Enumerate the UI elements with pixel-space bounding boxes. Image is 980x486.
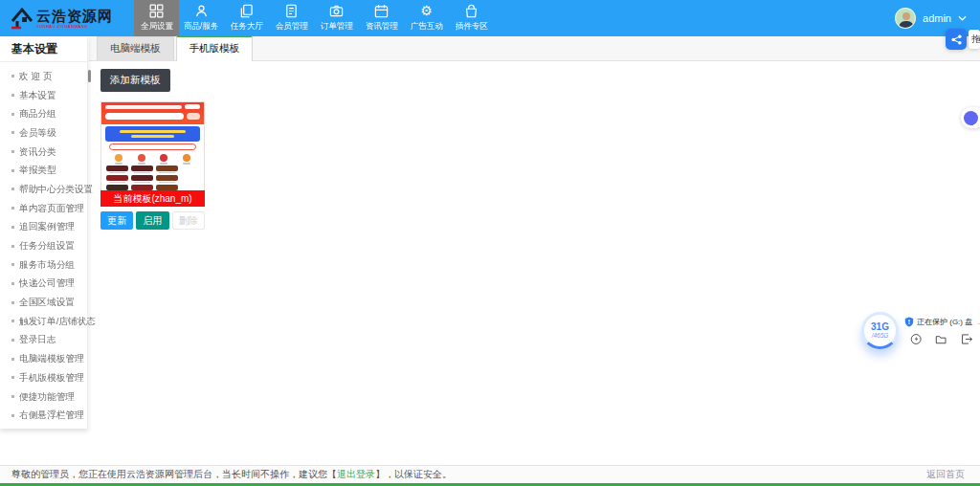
nav-item-order-mgmt[interactable]: 订单管理: [314, 0, 359, 36]
tab-mobile-template[interactable]: 手机版模板: [176, 35, 254, 61]
nav-label: 商品/服务: [184, 20, 219, 32]
disk-status-text: 正在保护 (G:) 盘: [917, 317, 972, 327]
sidebar-item-news-categories[interactable]: 资讯分类: [0, 143, 87, 162]
sidebar-item-trigger-order-status[interactable]: 触发订单/店铺状态: [0, 312, 87, 331]
sidebar-item-goods-groups[interactable]: 商品分组: [0, 104, 87, 123]
gear-icon: ⚙: [420, 4, 433, 18]
sidebar-item-help-center-categories[interactable]: 帮助中心分类设置: [0, 180, 87, 199]
current-template-label: 当前模板(zhan_m): [100, 190, 205, 207]
nav-item-news-mgmt[interactable]: 资讯管理: [359, 0, 404, 36]
logo-title: 云浩资源网: [36, 9, 113, 23]
logout-link[interactable]: 退出登录: [337, 468, 375, 481]
main-content: 电脑端模板 手机版模板 添加新模板: [89, 36, 980, 465]
nav-label: 广告互动: [410, 20, 442, 32]
sidebar-item-express-companies[interactable]: 快递公司管理: [0, 275, 87, 294]
house-logo-icon: [10, 6, 34, 31]
disk-actions: [904, 333, 972, 345]
main-nav: 全局设置 商品/服务 任务大厅 会员管理: [134, 0, 494, 36]
chevron-down-icon[interactable]: [958, 15, 967, 21]
nav-label: 订单管理: [320, 20, 352, 32]
username[interactable]: admin: [923, 12, 951, 24]
top-header: 云浩资源网 YUNHAO ZIYUANWANG 全局设置 商品/服务: [0, 0, 980, 36]
sidebar-item-region-settings[interactable]: 全国区域设置: [0, 293, 87, 312]
sidebar-title: 基本设置: [0, 36, 87, 62]
drag-float-widget[interactable]: 拖: [946, 29, 980, 50]
sidebar-item-basic-settings[interactable]: 基本设置: [0, 86, 87, 105]
nav-label: 资讯管理: [365, 20, 397, 32]
footer-bar: 尊敬的管理员，您正在使用云浩资源网管理后台，当长时间不操作，建议您【退出登录】，…: [0, 465, 980, 486]
preview-logo-grid: [101, 163, 204, 190]
sidebar-item-single-page-mgmt[interactable]: 单内容页面管理: [0, 199, 87, 218]
enable-button[interactable]: 启用: [136, 211, 168, 230]
sidebar-item-login-logs[interactable]: 登录日志: [0, 331, 87, 350]
nav-label: 全局设置: [140, 20, 172, 32]
disk-status-row: 正在保护 (G:) 盘 …: [904, 317, 972, 327]
sidebar-item-recovery-cases[interactable]: 追回案例管理: [0, 218, 87, 237]
nav-item-member-mgmt[interactable]: 会员管理: [269, 0, 314, 36]
disk-usage-gauge[interactable]: 31G /465G: [861, 312, 899, 349]
template-actions: 更新 启用 删除: [100, 211, 205, 230]
sidebar-menu: 欢 迎 页 基本设置 商品分组 会员等级 资讯分类 举报类型 帮助中心分类设置 …: [0, 62, 87, 425]
preview-search-pill: [109, 144, 196, 150]
bag-icon: [464, 4, 479, 18]
nav-item-ads-interaction[interactable]: ⚙ 广告互动: [404, 0, 449, 36]
logo-subtitle: YUNHAO ZIYUANWANG: [36, 25, 113, 29]
template-card: 当前模板(zhan_m) 更新 启用 删除: [100, 101, 205, 230]
admin-notice-prefix: 尊敬的管理员，您正在使用云浩资源网管理后台，当长时间不操作，建议您【: [11, 468, 337, 481]
sidebar: 基本设置 欢 迎 页 基本设置 商品分组 会员等级 资讯分类 举报类型 帮助中心…: [0, 36, 88, 429]
site-logo[interactable]: 云浩资源网 YUNHAO ZIYUANWANG: [0, 0, 134, 36]
sidebar-item-pc-template-mgmt[interactable]: 电脑端模板管理: [0, 349, 87, 368]
sidebar-item-task-groups[interactable]: 任务分组设置: [0, 236, 87, 255]
sidebar-item-service-market-groups[interactable]: 服务市场分组: [0, 255, 87, 275]
admin-notice-suffix: 】，以保证安全。: [375, 468, 452, 481]
nav-label: 插件专区: [455, 20, 487, 32]
sidebar-item-float-bar-mgmt[interactable]: 右侧悬浮栏管理: [0, 406, 87, 425]
copy-icon: [239, 4, 254, 18]
translate-icon[interactable]: [964, 111, 978, 125]
sidebar-item-quick-functions[interactable]: 便捷功能管理: [0, 387, 87, 407]
sidebar-item-member-levels[interactable]: 会员等级: [0, 123, 87, 143]
preview-banner: [105, 126, 200, 142]
sidebar-item-report-types[interactable]: 举报类型: [0, 161, 87, 180]
nav-label: 任务大厅: [230, 20, 262, 32]
camera-icon: [329, 4, 344, 18]
scrollbar-thumb[interactable]: [88, 70, 91, 82]
back-home-link[interactable]: 返回首页: [926, 468, 965, 481]
grid-icon: [149, 4, 164, 18]
shield-icon: [904, 317, 914, 327]
preview-header: [101, 102, 204, 124]
nav-item-plugin-zone[interactable]: 插件专区: [449, 0, 494, 36]
nav-item-goods-services[interactable]: 商品/服务: [179, 0, 224, 36]
template-tabs: 电脑端模板 手机版模板: [89, 36, 980, 61]
tab-panel-mobile-templates: 添加新模板 当前模板(zhan_m): [89, 61, 980, 237]
disk-total: /465G: [872, 333, 889, 340]
disk-protect-widget: 31G /465G 正在保护 (G:) 盘 …: [861, 312, 972, 349]
sidebar-item-mobile-template-mgmt[interactable]: 手机版模板管理: [0, 368, 87, 387]
share-nodes-icon[interactable]: [946, 29, 967, 50]
speedup-icon[interactable]: [910, 333, 922, 345]
calendar-icon: [374, 4, 389, 18]
user-icon: [194, 4, 209, 18]
disk-used: 31G: [871, 322, 889, 332]
exit-icon[interactable]: [961, 333, 972, 345]
translate-float-widget[interactable]: [961, 107, 980, 128]
document-icon: [284, 4, 299, 18]
avatar[interactable]: [895, 8, 916, 29]
preview-category-icons: [101, 152, 204, 163]
template-preview[interactable]: [100, 101, 205, 190]
update-button[interactable]: 更新: [100, 211, 133, 230]
disk-widget-right: 正在保护 (G:) 盘 …: [904, 312, 972, 349]
drag-tag-label[interactable]: 拖: [969, 30, 980, 49]
nav-label: 会员管理: [275, 20, 307, 32]
sidebar-item-welcome[interactable]: 欢 迎 页: [0, 67, 87, 86]
delete-button: 删除: [172, 211, 205, 230]
tab-pc-template[interactable]: 电脑端模板: [97, 36, 174, 60]
admin-page: 云浩资源网 YUNHAO ZIYUANWANG 全局设置 商品/服务: [0, 0, 980, 486]
add-template-button[interactable]: 添加新模板: [100, 69, 170, 92]
nav-item-global-settings[interactable]: 全局设置: [134, 0, 179, 36]
nav-item-task-hall[interactable]: 任务大厅: [224, 0, 269, 36]
folder-icon[interactable]: [935, 333, 947, 345]
